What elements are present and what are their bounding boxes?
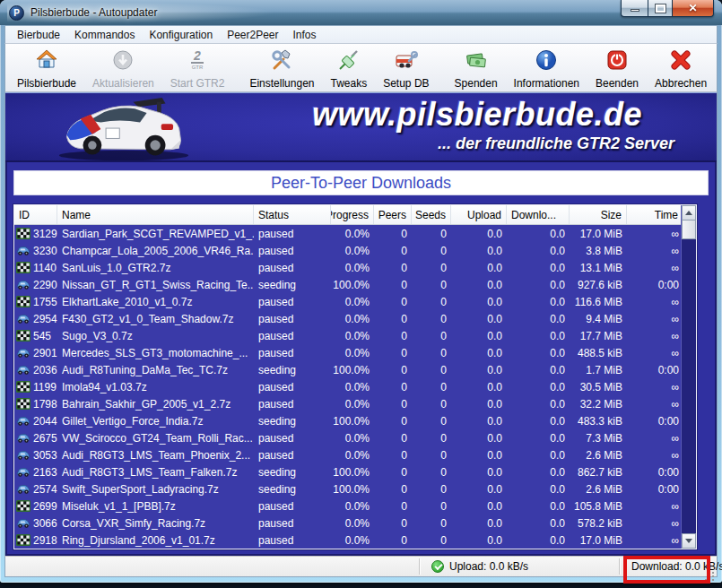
table-row[interactable]: 2044 Gillet_Vertigo_Force_India.7z seedi… — [14, 412, 681, 429]
row-status: seeding — [254, 463, 331, 480]
column-header-name[interactable]: Name — [57, 205, 254, 224]
table-row[interactable]: 3066 Corsa_VXR_Simfy_Racing.7z paused 0.… — [14, 514, 681, 532]
row-upload: 0.0 — [451, 259, 507, 276]
row-peers: 0 — [374, 532, 412, 549]
menu-peer2peer[interactable]: Peer2Peer — [220, 27, 285, 43]
row-time: 0:00 — [627, 361, 681, 378]
row-name: F430_GT2_v1_0_Team_Shadow.7z — [57, 310, 254, 327]
row-progress: 0.0% — [331, 514, 374, 532]
column-header-time[interactable]: Time — [627, 205, 681, 224]
scrollbar-thumb[interactable] — [682, 220, 696, 239]
table-row[interactable]: 3129 Sardian_Park_SCGT_REVAMPED_v1_... p… — [14, 225, 681, 242]
minimize-button[interactable] — [621, 0, 648, 17]
toolbar-beenden-button[interactable]: Beenden — [587, 47, 647, 91]
scrollbar-track[interactable] — [682, 239, 696, 533]
table-row[interactable]: 2699 Miseluk_v1_1_[PBB].7z paused 0.0% 0… — [14, 497, 681, 514]
row-size: 7.3 MiB — [570, 429, 627, 446]
row-time: ∞ — [627, 497, 681, 514]
table-row[interactable]: 1140 SanLuis_1.0_GTR2.7z paused 0.0% 0 0… — [14, 259, 681, 276]
close-button[interactable]: ✕ — [673, 0, 714, 17]
row-progress: 0.0% — [331, 259, 374, 276]
toolbar-einstellungen-button[interactable]: Einstellungen — [241, 47, 322, 91]
row-status: paused — [254, 242, 331, 259]
toolbar-informationen-button[interactable]: Informationen — [506, 47, 587, 91]
row-id: 3053 — [33, 449, 57, 462]
resize-grip[interactable] — [699, 558, 717, 576]
table-row[interactable]: 2675 VW_Scirocco_GT24_Team_Rolli_Rac... … — [14, 429, 681, 446]
row-id: 2675 — [33, 432, 57, 445]
row-name: Sardian_Park_SCGT_REVAMPED_v1_... — [57, 225, 254, 242]
row-size: 13.1 MiB — [570, 259, 627, 276]
column-header-upload[interactable]: Upload — [451, 205, 507, 224]
table-row[interactable]: 2036 Audi_R8Tuning_DaMa_Tec_TC.7z seedin… — [14, 361, 681, 378]
table-row[interactable]: 2574 Swift_SuperSport_Ladyracing.7z seed… — [14, 480, 681, 497]
row-size: 1.7 MiB — [570, 361, 627, 378]
toolbar-spenden-button[interactable]: Spenden — [447, 47, 506, 91]
row-name: Sugo_V3_0.7z — [57, 327, 254, 344]
row-peers: 0 — [374, 225, 412, 242]
column-header-size[interactable]: Size — [570, 205, 627, 224]
maximize-button[interactable] — [648, 0, 673, 17]
toolbar-tweaks-button[interactable]: Tweaks — [323, 47, 376, 91]
table-row[interactable]: 1755 ElkhartLake_2010_v1_0.7z paused 0.0… — [14, 293, 681, 310]
cancel-x-icon — [669, 48, 692, 75]
track-icon — [16, 296, 30, 307]
column-header-download[interactable]: Downlo... — [507, 205, 570, 224]
row-peers: 0 — [374, 378, 412, 395]
row-download: 0.0 — [507, 293, 570, 310]
car-icon — [16, 517, 30, 529]
toolbar-setup-db-button[interactable]: Setup DB — [375, 47, 437, 91]
scroll-up-button[interactable] — [682, 205, 696, 220]
column-header-progress[interactable]: Progress — [331, 205, 374, 224]
close-icon: ✕ — [688, 2, 697, 14]
menu-bar: Bierbude Kommandos Konfiguration Peer2Pe… — [4, 25, 718, 44]
row-name: Miseluk_v1_1_[PBB].7z — [57, 497, 254, 514]
row-id: 2036 — [33, 364, 57, 376]
row-status: paused — [254, 395, 331, 412]
table-row[interactable]: 1798 Bahrain_Sakhir_GP_2005_v1_2.7z paus… — [14, 395, 681, 412]
column-header-id[interactable]: ID — [14, 205, 57, 224]
app-window: P Pilsbierbude - Autoupdater ✕ Bierbude … — [0, 0, 722, 583]
table-row[interactable]: 3053 Audi_R8GT3_LMS_Team_Phoenix_2... pa… — [14, 446, 681, 463]
table-row[interactable]: 545 Sugo_V3_0.7z paused 0.0% 0 0 0.0 0.0… — [14, 327, 681, 344]
row-upload: 0.0 — [451, 327, 507, 344]
menu-konfiguration[interactable]: Konfiguration — [142, 27, 220, 43]
menu-kommandos[interactable]: Kommandos — [67, 27, 142, 43]
tools-icon — [270, 48, 293, 75]
table-row[interactable]: 2290 Nissan_GT_R_GT1_Swiss_Racing_Te... … — [14, 276, 681, 293]
row-upload: 0.0 — [451, 310, 507, 327]
table-row[interactable]: 2918 Ring_Djursland_2006_v1_01.7z paused… — [14, 532, 681, 549]
row-upload: 0.0 — [451, 514, 507, 532]
table-row[interactable]: 1199 Imola94_v1.03.7z paused 0.0% 0 0 0.… — [14, 378, 681, 395]
column-header-peers[interactable]: Peers — [374, 205, 412, 224]
column-header-status[interactable]: Status — [254, 205, 331, 224]
car-icon — [16, 245, 30, 256]
car-icon — [16, 432, 30, 444]
row-status: paused — [254, 259, 331, 276]
row-progress: 0.0% — [331, 242, 374, 259]
row-download: 0.0 — [507, 259, 570, 276]
row-name: Bahrain_Sakhir_GP_2005_v1_2.7z — [57, 395, 254, 412]
column-header-seeds[interactable]: Seeds — [412, 205, 451, 224]
toolbar-pilsbierbude-button[interactable]: Pilsbierbude — [9, 47, 84, 91]
row-download: 0.0 — [507, 242, 570, 259]
row-name: Gillet_Vertigo_Force_India.7z — [57, 412, 254, 429]
row-time: ∞ — [627, 327, 681, 344]
row-progress: 0.0% — [331, 344, 374, 361]
table-row[interactable]: 2163 Audi_R8GT3_LMS_Team_Falken.7z seedi… — [14, 463, 681, 480]
table-row[interactable]: 2954 F430_GT2_v1_0_Team_Shadow.7z paused… — [14, 310, 681, 327]
row-name: Audi_R8GT3_LMS_Team_Falken.7z — [57, 463, 254, 480]
row-time: ∞ — [627, 429, 681, 446]
car-icon — [16, 364, 30, 376]
row-seeds: 0 — [412, 480, 451, 497]
row-time: ∞ — [627, 446, 681, 463]
row-seeds: 0 — [412, 310, 451, 327]
menu-infos[interactable]: Infos — [286, 27, 324, 43]
menu-bierbude[interactable]: Bierbude — [10, 27, 67, 43]
table-row[interactable]: 2901 Mercedes_SLS_GT3_motomachine_... pa… — [14, 344, 681, 361]
table-row[interactable]: 3230 Champcar_Lola_2005_2006_VR46_Ra... … — [14, 242, 681, 259]
row-status: paused — [254, 497, 331, 514]
toolbar-abbrechen-button[interactable]: Abbrechen — [647, 47, 715, 91]
scroll-down-button[interactable] — [682, 533, 696, 549]
track-icon — [16, 381, 30, 393]
